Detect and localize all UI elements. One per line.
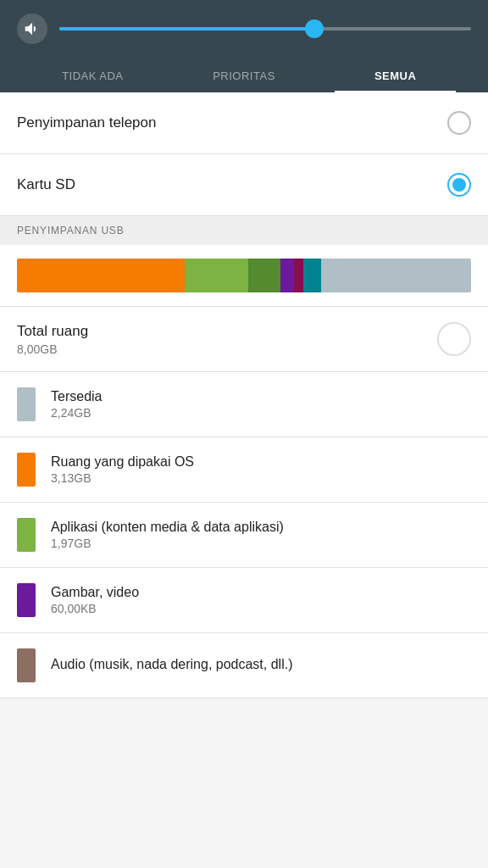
kartu-sd-radio[interactable] bbox=[447, 173, 471, 197]
tab-semua-label: SEMUA bbox=[374, 70, 416, 82]
kartu-sd-label: Kartu SD bbox=[17, 176, 75, 193]
ruang-os-row: Ruang yang dipakai OS 3,13GB bbox=[0, 437, 488, 503]
tab-prioritas[interactable]: PRIORITAS bbox=[169, 59, 320, 92]
bar-apps2 bbox=[248, 259, 280, 292]
tersedia-color bbox=[17, 387, 36, 421]
section-header-label: PENYIMPANAN USB bbox=[17, 225, 124, 236]
audio-color bbox=[17, 648, 36, 682]
gambar-color bbox=[17, 583, 36, 617]
aplikasi-color bbox=[17, 518, 36, 552]
tersedia-value: 2,24GB bbox=[51, 406, 471, 420]
total-ruang-text: Total ruang 8,00GB bbox=[17, 323, 88, 356]
tersedia-row: Tersedia 2,24GB bbox=[0, 372, 488, 437]
ruang-os-color bbox=[17, 453, 36, 487]
volume-row bbox=[17, 14, 471, 59]
total-ruang-row: Total ruang 8,00GB bbox=[0, 307, 488, 372]
tab-row: TIDAK ADA PRIORITAS SEMUA bbox=[17, 59, 471, 92]
tab-tidak-ada-label: TIDAK ADA bbox=[62, 70, 123, 82]
gambar-value: 60,00KB bbox=[51, 602, 471, 615]
audio-row: Audio (musik, nada dering, podcast, dll.… bbox=[0, 633, 488, 698]
top-bar: TIDAK ADA PRIORITAS SEMUA bbox=[0, 0, 488, 92]
bar-misc2 bbox=[303, 259, 321, 292]
kartu-sd-row[interactable]: Kartu SD bbox=[0, 154, 488, 216]
slider-fill bbox=[59, 27, 314, 31]
volume-slider[interactable] bbox=[59, 27, 471, 31]
volume-icon[interactable] bbox=[17, 14, 47, 44]
aplikasi-value: 1,97GB bbox=[51, 537, 471, 550]
tab-prioritas-label: PRIORITAS bbox=[213, 70, 275, 82]
slider-track bbox=[59, 27, 471, 31]
ruang-os-value: 3,13GB bbox=[51, 471, 471, 485]
gambar-row: Gambar, video 60,00KB bbox=[0, 568, 488, 633]
gambar-label: Gambar, video bbox=[51, 585, 471, 600]
bar-apps1 bbox=[185, 259, 248, 292]
ruang-os-text: Ruang yang dipakai OS 3,13GB bbox=[51, 454, 471, 485]
audio-label: Audio (musik, nada dering, podcast, dll.… bbox=[51, 657, 471, 672]
main-content: Penyimpanan telepon Kartu SD PENYIMPANAN… bbox=[0, 92, 488, 698]
total-ruang-icon bbox=[437, 322, 471, 356]
storage-bar bbox=[17, 259, 471, 292]
ruang-os-label: Ruang yang dipakai OS bbox=[51, 454, 471, 470]
penyimpanan-telepon-radio[interactable] bbox=[447, 111, 471, 135]
total-ruang-value: 8,00GB bbox=[17, 342, 88, 356]
penyimpanan-telepon-row[interactable]: Penyimpanan telepon bbox=[0, 92, 488, 154]
aplikasi-label: Aplikasi (konten media & data aplikasi) bbox=[51, 520, 471, 535]
penyimpanan-telepon-label: Penyimpanan telepon bbox=[17, 114, 156, 131]
tab-semua[interactable]: SEMUA bbox=[319, 59, 471, 92]
radio-inner-dot bbox=[452, 178, 466, 192]
storage-bar-container bbox=[0, 245, 488, 307]
audio-text: Audio (musik, nada dering, podcast, dll.… bbox=[51, 657, 471, 674]
tab-tidak-ada[interactable]: TIDAK ADA bbox=[17, 59, 169, 92]
bar-gambar bbox=[280, 259, 294, 292]
gambar-text: Gambar, video 60,00KB bbox=[51, 585, 471, 615]
penyimpanan-usb-header: PENYIMPANAN USB bbox=[0, 216, 488, 245]
aplikasi-text: Aplikasi (konten media & data aplikasi) … bbox=[51, 520, 471, 550]
tersedia-label: Tersedia bbox=[51, 389, 471, 404]
aplikasi-row: Aplikasi (konten media & data aplikasi) … bbox=[0, 503, 488, 568]
bar-free bbox=[321, 259, 471, 292]
total-ruang-label: Total ruang bbox=[17, 323, 88, 340]
bar-misc1 bbox=[294, 259, 303, 292]
slider-thumb bbox=[305, 19, 324, 38]
bar-os bbox=[17, 259, 185, 292]
tersedia-text: Tersedia 2,24GB bbox=[51, 389, 471, 420]
